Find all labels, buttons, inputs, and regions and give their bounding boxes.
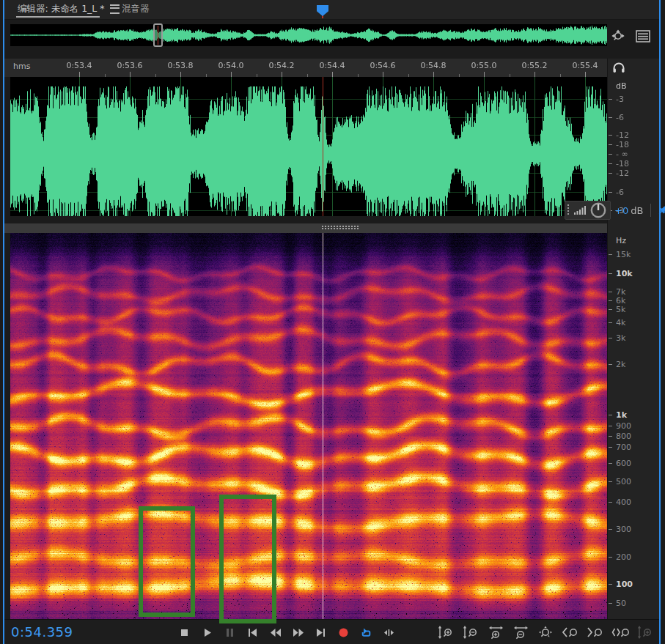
scale-tick-label: 50 bbox=[616, 599, 626, 608]
scale-tick-label: 600 bbox=[616, 459, 631, 468]
stop-button[interactable] bbox=[177, 626, 191, 639]
zoom-in-vertical-icon bbox=[436, 625, 455, 640]
ruler-label: 0:54.4 bbox=[319, 61, 345, 70]
ruler-tick bbox=[231, 72, 232, 77]
panel-list-button[interactable] bbox=[634, 28, 652, 44]
ruler-tick bbox=[332, 72, 333, 77]
scale-tick bbox=[609, 144, 612, 145]
scale-header: dB bbox=[616, 81, 627, 91]
scale-tick bbox=[609, 273, 612, 274]
overview-playhead bbox=[158, 26, 158, 45]
stop-icon bbox=[178, 626, 191, 639]
fast-forward-button[interactable] bbox=[291, 626, 304, 639]
gain-value[interactable]: +0 bbox=[614, 205, 628, 216]
scale-tick-label: 1k bbox=[616, 410, 627, 420]
scale-tick-label: 2k bbox=[616, 360, 625, 369]
skip-to-end-icon bbox=[315, 626, 327, 639]
panel-menu-icon[interactable] bbox=[110, 4, 120, 14]
zoom-in-horizontal-button[interactable] bbox=[485, 625, 505, 640]
ruler-label: 0:53.6 bbox=[117, 61, 142, 70]
zoom-reset-icon bbox=[536, 625, 555, 640]
spectrogram-panel[interactable] bbox=[10, 233, 607, 619]
zoom-out-vertical-button[interactable] bbox=[460, 625, 480, 640]
gain-hud-box bbox=[565, 201, 611, 220]
spectrogram-canvas[interactable] bbox=[10, 233, 607, 619]
scale-tick bbox=[609, 309, 612, 310]
scale-tick-label: 3k bbox=[616, 333, 625, 343]
rewind-icon bbox=[269, 626, 282, 639]
transport-bar: 0:54.359 bbox=[4, 619, 661, 644]
waveform-canvas[interactable] bbox=[10, 77, 607, 216]
scale-header: Hz bbox=[616, 236, 626, 245]
time-display[interactable]: 0:54.359 bbox=[11, 624, 73, 640]
zoom-in-left-edge-button[interactable] bbox=[560, 625, 580, 640]
play-button[interactable] bbox=[200, 626, 213, 639]
ruler-tick bbox=[433, 72, 434, 77]
scale-tick-label: 200 bbox=[616, 552, 631, 562]
scale-tick bbox=[609, 447, 612, 448]
scale-tick bbox=[609, 99, 612, 100]
play-icon bbox=[201, 626, 213, 639]
scale-tick bbox=[609, 254, 612, 255]
scale-tick bbox=[609, 163, 612, 164]
scale-tick-label: 700 bbox=[616, 443, 631, 452]
gain-knob[interactable] bbox=[589, 201, 607, 219]
scale-tick bbox=[609, 481, 612, 482]
hud-grip-handle[interactable] bbox=[567, 204, 570, 216]
overview-zoom-reset-button[interactable] bbox=[609, 28, 627, 44]
scale-tick-label: -12 bbox=[616, 169, 629, 178]
level-meter-icon bbox=[573, 205, 587, 215]
headphones-button[interactable] bbox=[612, 62, 625, 73]
scale-tick-label: -6 bbox=[616, 188, 624, 197]
scale-tick bbox=[609, 584, 612, 585]
scale-tick bbox=[609, 292, 612, 292]
pin-icon[interactable] bbox=[657, 205, 665, 216]
ruler-tick bbox=[534, 72, 535, 77]
pause-button[interactable] bbox=[223, 626, 236, 639]
zoom-reset-icon bbox=[615, 33, 621, 39]
zoom-in-vertical-button[interactable] bbox=[436, 625, 455, 640]
zoom-vertical-button[interactable] bbox=[635, 625, 655, 640]
overview-strip[interactable] bbox=[10, 24, 607, 46]
ruler-label: 0:53.8 bbox=[167, 61, 193, 70]
splitter-grip[interactable] bbox=[322, 226, 360, 231]
rewind-button[interactable] bbox=[268, 626, 282, 639]
record-icon bbox=[337, 626, 350, 639]
annotation-box-1 bbox=[139, 506, 195, 617]
timeline-ruler[interactable]: hms 0:53.40:53.60:53.80:54.00:54.20:54.4… bbox=[4, 59, 607, 77]
scale-tick-label: 4k bbox=[616, 318, 625, 327]
skip-to-end-button[interactable] bbox=[314, 626, 327, 639]
move-playhead-button[interactable] bbox=[382, 626, 395, 639]
focus-border-left bbox=[3, 0, 4, 644]
zoom-in-right-edge-button[interactable] bbox=[585, 625, 605, 640]
panel-splitter[interactable] bbox=[4, 223, 607, 233]
loop-playback-icon bbox=[360, 626, 372, 639]
zoom-in-horizontal-icon bbox=[486, 625, 505, 640]
zoom-reset-button[interactable] bbox=[535, 625, 555, 640]
ruler-label: 0:54.8 bbox=[420, 61, 446, 70]
scale-tick-label: -12 bbox=[616, 130, 629, 140]
scale-tick bbox=[609, 135, 612, 136]
scale-tick-label: - ∞ bbox=[616, 149, 628, 159]
view-region-indicator[interactable] bbox=[153, 23, 163, 47]
record-button[interactable] bbox=[337, 626, 350, 639]
scale-tick bbox=[609, 364, 612, 365]
scale-tick bbox=[609, 426, 612, 426]
overview-waveform-canvas[interactable] bbox=[10, 24, 607, 46]
tab-mixer[interactable]: 混音器 bbox=[122, 0, 150, 18]
scale-tick bbox=[609, 502, 612, 503]
loop-playback-button[interactable] bbox=[359, 626, 372, 639]
ruler-tick bbox=[130, 72, 131, 77]
ruler-label: 0:55.2 bbox=[521, 61, 547, 70]
skip-to-start-button[interactable] bbox=[246, 626, 259, 639]
hud-separator bbox=[650, 204, 651, 217]
tab-editor-label: 编辑器: 未命名 1_L * bbox=[18, 3, 105, 15]
spectrogram-playhead-line bbox=[323, 233, 323, 619]
zoom-out-horizontal-button[interactable] bbox=[510, 625, 530, 640]
ruler-tick bbox=[180, 72, 181, 77]
scale-tick bbox=[609, 463, 612, 464]
zoom-to-selection-button[interactable] bbox=[610, 625, 630, 640]
scale-tick bbox=[609, 117, 612, 118]
waveform-panel[interactable] bbox=[10, 77, 607, 216]
ruler-label: 0:55.0 bbox=[471, 61, 496, 70]
